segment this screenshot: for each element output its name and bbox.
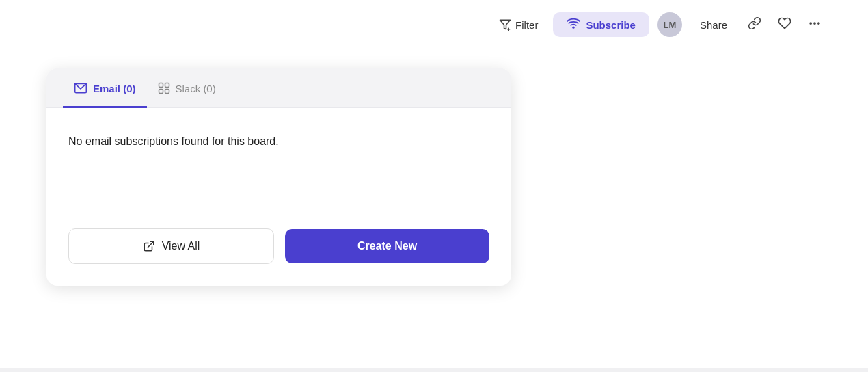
svg-rect-9 bbox=[165, 83, 169, 88]
actions-row: View All Create New bbox=[68, 228, 489, 264]
svg-rect-11 bbox=[165, 90, 169, 94]
svg-point-6 bbox=[818, 23, 819, 24]
filter-button[interactable]: Filter bbox=[489, 13, 547, 36]
slack-icon bbox=[158, 82, 170, 94]
tab-email[interactable]: Email (0) bbox=[63, 69, 147, 108]
svg-point-5 bbox=[814, 23, 815, 24]
tab-email-label: Email (0) bbox=[93, 83, 136, 94]
share-label: Share bbox=[700, 19, 727, 31]
view-all-button[interactable]: View All bbox=[68, 228, 274, 264]
more-icon bbox=[808, 16, 822, 34]
filter-label: Filter bbox=[515, 19, 538, 31]
more-button[interactable] bbox=[802, 12, 827, 37]
link-icon bbox=[748, 16, 761, 34]
create-new-label: Create New bbox=[357, 240, 417, 252]
svg-rect-8 bbox=[159, 83, 163, 88]
tabs-header: Email (0) Slack (0) bbox=[46, 68, 511, 108]
view-all-label: View All bbox=[162, 240, 200, 252]
external-link-icon bbox=[143, 240, 155, 252]
tab-slack[interactable]: Slack (0) bbox=[147, 70, 227, 107]
heart-icon bbox=[778, 16, 791, 34]
avatar-initials: LM bbox=[664, 20, 677, 30]
bottom-border bbox=[0, 368, 868, 372]
share-button[interactable]: Share bbox=[690, 14, 737, 36]
create-new-button[interactable]: Create New bbox=[285, 229, 489, 263]
subscribe-icon bbox=[567, 18, 580, 31]
subscribe-label: Subscribe bbox=[586, 19, 636, 31]
card-body: No email subscriptions found for this bo… bbox=[46, 108, 511, 286]
filter-icon bbox=[499, 18, 511, 31]
subscription-dropdown: Email (0) Slack (0) No email subscriptio… bbox=[46, 68, 511, 286]
avatar[interactable]: LM bbox=[657, 12, 682, 37]
svg-point-4 bbox=[810, 23, 811, 24]
svg-point-3 bbox=[573, 27, 575, 29]
svg-rect-10 bbox=[159, 90, 163, 94]
tab-slack-label: Slack (0) bbox=[176, 83, 216, 94]
svg-line-12 bbox=[148, 241, 153, 247]
email-icon bbox=[74, 81, 87, 95]
subscribe-button[interactable]: Subscribe bbox=[553, 12, 649, 37]
heart-button[interactable] bbox=[772, 12, 797, 37]
toolbar: Filter Subscribe LM Share bbox=[0, 0, 868, 49]
link-button[interactable] bbox=[742, 12, 767, 37]
empty-message: No email subscriptions found for this bo… bbox=[68, 135, 489, 148]
